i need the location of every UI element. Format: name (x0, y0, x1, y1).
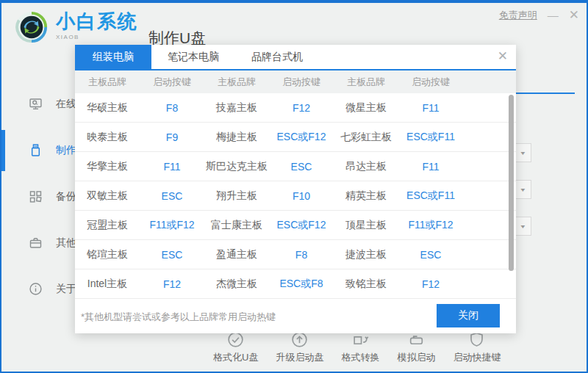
table-header-row: 主板品牌启动按键主板品牌启动按键主板品牌启动按键 (75, 70, 516, 93)
sidebar-item-1[interactable]: 制作 (1, 127, 75, 173)
toolbar-item-3[interactable]: 模拟启动 (397, 330, 435, 364)
boot-key-cell: F8 (269, 249, 334, 261)
column-header: 主板品牌 (334, 76, 398, 89)
boot-key-cell: F11或F12 (140, 219, 204, 232)
monitor-icon (28, 96, 43, 112)
logo-icon (15, 10, 49, 44)
sidebar-item-label: 关于 (56, 283, 76, 296)
disclaimer-link[interactable]: 免责声明 (499, 9, 537, 22)
toolbar-item-0[interactable]: 格式化U盘 (213, 330, 258, 364)
boot-key-cell: F12 (269, 102, 334, 114)
dialog-tabs: 组装电脑笔记本电脑品牌台式机✕ (75, 45, 516, 70)
brand-cell: 技嘉主板 (204, 101, 269, 115)
dialog-tab-0[interactable]: 组装电脑 (75, 45, 151, 69)
boot-key-cell: F11 (140, 161, 204, 173)
sidebar-item-label: 在线 (56, 98, 76, 111)
boot-key-cell: F11 (398, 161, 463, 173)
brand-cell: 冠盟主板 (75, 219, 140, 232)
background-dropdown-1[interactable]: ▼ (514, 180, 531, 199)
brand-cell: Intel主板 (75, 278, 140, 291)
footnote: *其他机型请尝试或参考以上品牌常用启动热键 (81, 311, 276, 324)
boot-key-cell: F9 (140, 131, 204, 143)
table-row: 冠盟主板F11或F12富士康主板ESC或F12顶星主板F11或F12 (75, 211, 516, 240)
brand-cell: 双敏主板 (75, 189, 140, 203)
boot-key-cell: ESC或F8 (269, 278, 334, 291)
minimize-icon[interactable]: — (548, 10, 559, 21)
boot-key-cell: F11或F12 (398, 219, 463, 232)
boot-key-cell: ESC (140, 249, 204, 261)
column-header: 启动按键 (140, 76, 204, 89)
column-header: 主板品牌 (204, 76, 269, 89)
table-row: 华硕主板F8技嘉主板F12微星主板F11 (75, 93, 516, 123)
background-dropdown-0[interactable]: ▼ (514, 143, 531, 162)
boot-key-cell: F12 (398, 278, 463, 290)
boot-key-cell: ESC或F12 (269, 219, 334, 232)
usb-icon (28, 142, 43, 158)
sidebar-item-0[interactable]: 在线 (1, 81, 75, 127)
dialog-tab-1[interactable]: 笔记本电脑 (151, 45, 235, 69)
sidebar-item-label: 其他 (56, 236, 76, 250)
boot-key-cell: F8 (140, 102, 204, 114)
chevron-down-icon: ▼ (520, 224, 527, 229)
sidebar-item-4[interactable]: 关于 (1, 266, 75, 312)
boot-key-cell: ESC或F11 (398, 189, 463, 203)
boot-key-cell: F12 (140, 278, 204, 290)
brand-cell: 捷波主板 (334, 248, 398, 261)
app-window: 小白系统 XIAOB 免责声明 — ✕ 制作U盘 在线制作备份其他关于 ▼▼▼ … (0, 0, 588, 373)
sidebar-item-2[interactable]: 备份 (1, 173, 75, 220)
window-close-icon[interactable]: ✕ (569, 10, 579, 21)
brand-cell: 映泰主板 (75, 131, 140, 144)
dialog-footer: *其他机型请尝试或参考以上品牌常用启动热键 关闭 (75, 299, 516, 333)
toolbar-item-label: 模拟启动 (397, 351, 435, 364)
background-dropdown-2[interactable]: ▼ (514, 217, 531, 236)
dialog-scrollbar[interactable] (509, 95, 514, 271)
bottom-toolbar: 格式化U盘升级启动盘格式转换模拟启动启动快捷键 (213, 330, 501, 364)
brand-cell: 翔升主板 (204, 189, 269, 203)
toolbar-item-2[interactable]: 格式转换 (341, 330, 379, 364)
boot-key-cell: F11 (398, 102, 463, 114)
grid-icon (28, 189, 43, 204)
brand-cell: 致铭主板 (334, 278, 398, 291)
column-header: 启动按键 (398, 76, 463, 89)
boot-hotkey-dialog: 组装电脑笔记本电脑品牌台式机✕ 主板品牌启动按键主板品牌启动按键主板品牌启动按键… (75, 45, 516, 333)
boot-key-cell: ESC或F12 (269, 131, 334, 144)
info-icon (28, 281, 43, 297)
brand-cell: 华擎主板 (75, 160, 140, 173)
table-row: 铭瑄主板ESC盈通主板F8捷波主板ESC (75, 240, 516, 269)
brand-cell: 斯巴达克主板 (204, 160, 269, 173)
brand-cell: 富士康主板 (204, 219, 269, 232)
dialog-close-button[interactable]: 关闭 (437, 304, 500, 327)
toolbar-item-label: 升级启动盘 (276, 351, 323, 364)
table-row: 华擎主板F11斯巴达克主板ESC昂达主板F11 (75, 152, 516, 181)
dialog-tab-2[interactable]: 品牌台式机 (235, 45, 319, 69)
toolbar-item-1[interactable]: 升级启动盘 (276, 330, 323, 364)
boot-key-cell: F10 (269, 190, 334, 202)
background-tab-underline (516, 93, 575, 94)
table-row: Intel主板F12杰微主板ESC或F8致铭主板F12 (75, 269, 516, 299)
sidebar-item-label: 备份 (56, 190, 76, 203)
chevron-down-icon: ▼ (520, 151, 527, 156)
boot-key-cell: ESC (269, 161, 334, 173)
app-logo: 小白系统 XIAOB (15, 10, 138, 44)
sidebar-item-label: 制作 (56, 144, 76, 157)
sidebar: 在线制作备份其他关于 (1, 81, 75, 312)
brand-cell: 昂达主板 (334, 160, 398, 173)
toolbar-item-4[interactable]: 启动快捷键 (453, 330, 501, 364)
column-header: 启动按键 (269, 76, 334, 89)
table-body: 华硕主板F8技嘉主板F12微星主板F11映泰主板F9梅捷主板ESC或F12七彩虹… (75, 93, 516, 299)
brand-cell: 盈通主板 (204, 248, 269, 261)
boot-key-cell: ESC或F11 (398, 131, 463, 144)
toolbar-item-label: 启动快捷键 (453, 351, 501, 364)
chevron-down-icon: ▼ (520, 187, 527, 192)
brand-cell: 微星主板 (334, 101, 398, 115)
brand-cell: 铭瑄主板 (75, 248, 140, 261)
boot-key-cell: ESC (140, 190, 204, 202)
dialog-close-icon[interactable]: ✕ (498, 50, 508, 63)
brand-cell: 七彩虹主板 (334, 131, 398, 144)
briefcase-icon (28, 235, 43, 250)
table-row: 映泰主板F9梅捷主板ESC或F12七彩虹主板ESC或F11 (75, 123, 516, 152)
sidebar-item-3[interactable]: 其他 (1, 220, 75, 266)
brand-cell: 华硕主板 (75, 101, 140, 115)
boot-key-cell: ESC (398, 249, 463, 261)
brand-cell: 杰微主板 (204, 278, 269, 291)
